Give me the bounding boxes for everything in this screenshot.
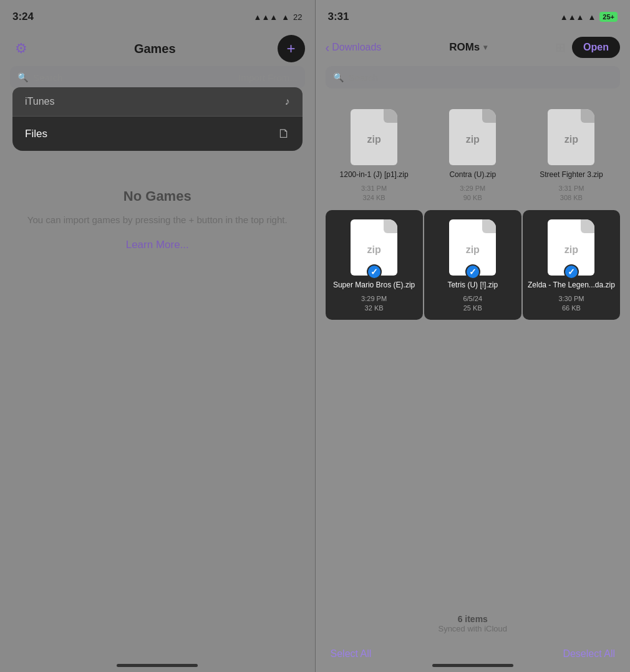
nav-bar-right: ‹ Downloads ROMs ▾ ⊞ Open bbox=[316, 31, 631, 64]
files-label: Files bbox=[25, 128, 47, 140]
file-name-5: Tetris (U) [!].zip bbox=[447, 281, 498, 290]
left-panel: 3:24 ▲▲▲ ▲ 22 ⚙ Games + 🔍 Search Import … bbox=[0, 0, 315, 672]
dropdown-files-item[interactable]: Files 🗋 bbox=[12, 117, 303, 151]
file-meta-3: 3:31 PM308 KB bbox=[558, 184, 584, 203]
deselect-all-button[interactable]: Deselect All bbox=[563, 648, 615, 660]
dropdown-itunes-item[interactable]: iTunes ♪ bbox=[12, 87, 303, 117]
check-badge-6: ✓ bbox=[564, 264, 579, 279]
itunes-label: iTunes bbox=[25, 96, 54, 107]
file-meta-2: 3:29 PM90 KB bbox=[460, 184, 485, 203]
bottom-actions: Select All Deselect All bbox=[316, 648, 631, 660]
items-count: 6 items bbox=[316, 614, 631, 624]
folder-name: ROMs bbox=[449, 41, 480, 54]
chevron-down-icon: ▾ bbox=[483, 43, 487, 52]
files-footer: 6 items Synced with iCloud bbox=[316, 607, 631, 641]
search-icon-right: 🔍 bbox=[333, 72, 344, 82]
check-badge-4: ✓ bbox=[367, 264, 382, 279]
time-left: 3:24 bbox=[12, 11, 34, 23]
signal-icon-right: ▲▲▲ bbox=[560, 12, 584, 22]
list-item[interactable]: zip ✓ Tetris (U) [!].zip 6/5/2425 KB bbox=[424, 210, 521, 319]
gear-button[interactable]: ⚙ bbox=[10, 37, 32, 60]
right-nav-actions: ⊞ Open bbox=[555, 37, 620, 58]
list-item[interactable]: zip ✓ Zelda - The Legen...da.zip 3:30 PM… bbox=[523, 210, 620, 319]
file-name-3: Street Fighter 3.zip bbox=[540, 170, 603, 180]
signal-icon: ▲▲▲ bbox=[254, 12, 278, 22]
back-label: Downloads bbox=[332, 42, 381, 53]
battery-icon-left: 22 bbox=[293, 12, 302, 22]
folder-title[interactable]: ROMs ▾ bbox=[449, 41, 487, 54]
home-indicator-left bbox=[117, 664, 198, 667]
right-panel: 3:31 ▲▲▲ ▲ 25+ ‹ Downloads ROMs ▾ ⊞ Open… bbox=[316, 0, 631, 672]
files-grid: zip 1200-in-1 (J) [p1].zip 3:31 PM324 KB… bbox=[316, 95, 631, 325]
search-placeholder-left: Search bbox=[33, 72, 63, 83]
file-name-4: Super Mario Bros (E).zip bbox=[333, 281, 415, 290]
file-name-1: 1200-in-1 (J) [p1].zip bbox=[340, 170, 409, 180]
dropdown-menu: iTunes ♪ Files 🗋 bbox=[12, 87, 303, 151]
file-meta-4: 3:29 PM32 KB bbox=[361, 294, 387, 314]
list-item[interactable]: zip Contra (U).zip 3:29 PM90 KB bbox=[424, 100, 521, 209]
select-all-button[interactable]: Select All bbox=[331, 648, 372, 660]
wifi-icon-right: ▲ bbox=[588, 12, 596, 22]
empty-description: You can import games by pressing the + b… bbox=[27, 213, 288, 226]
file-name-2: Contra (U).zip bbox=[449, 170, 496, 180]
zip-icon-2: zip bbox=[448, 107, 498, 166]
check-badge-5: ✓ bbox=[465, 264, 480, 279]
file-icon: 🗋 bbox=[278, 127, 290, 141]
search-bar-left[interactable]: 🔍 Search Import From... bbox=[10, 66, 305, 89]
page-title-left: Games bbox=[134, 42, 176, 56]
back-chevron-icon: ‹ bbox=[326, 41, 330, 55]
zip-icon-6: zip ✓ bbox=[546, 218, 596, 277]
zip-icon-3: zip bbox=[546, 107, 596, 166]
file-meta-1: 3:31 PM324 KB bbox=[361, 184, 387, 203]
search-placeholder-right: Search bbox=[349, 72, 379, 83]
empty-title: No Games bbox=[124, 188, 191, 204]
open-button[interactable]: Open bbox=[572, 37, 620, 58]
back-button[interactable]: ‹ Downloads bbox=[326, 41, 382, 55]
status-icons-left: ▲▲▲ ▲ 22 bbox=[254, 12, 303, 22]
zip-icon-1: zip bbox=[349, 107, 399, 166]
time-right: 3:31 bbox=[328, 11, 349, 23]
zip-icon-4: zip ✓ bbox=[349, 218, 399, 277]
search-bar-right[interactable]: 🔍 Search bbox=[326, 66, 621, 89]
battery-badge-right: 25+ bbox=[599, 12, 618, 22]
sync-label: Synced with iCloud bbox=[316, 624, 631, 633]
list-item[interactable]: zip 1200-in-1 (J) [p1].zip 3:31 PM324 KB bbox=[326, 100, 423, 209]
zip-icon-5: zip ✓ bbox=[448, 218, 498, 277]
list-item[interactable]: zip Street Fighter 3.zip 3:31 PM308 KB bbox=[523, 100, 620, 209]
file-meta-5: 6/5/2425 KB bbox=[463, 294, 482, 314]
status-icons-right: ▲▲▲ ▲ 25+ bbox=[560, 12, 618, 22]
search-icon-left: 🔍 bbox=[17, 72, 28, 82]
add-button[interactable]: + bbox=[278, 35, 305, 62]
file-meta-6: 3:30 PM66 KB bbox=[558, 294, 584, 314]
home-indicator-right bbox=[432, 664, 513, 667]
status-bar-left: 3:24 ▲▲▲ ▲ 22 bbox=[0, 0, 315, 31]
learn-more-link[interactable]: Learn More... bbox=[126, 239, 189, 251]
nav-bar-left: ⚙ Games + bbox=[0, 31, 315, 66]
empty-state: No Games You can import games by pressin… bbox=[0, 188, 315, 251]
music-icon: ♪ bbox=[285, 96, 290, 107]
file-name-6: Zelda - The Legen...da.zip bbox=[528, 281, 615, 290]
import-button[interactable]: Import From... bbox=[238, 72, 297, 83]
grid-view-icon[interactable]: ⊞ bbox=[555, 40, 566, 55]
status-bar-right: 3:31 ▲▲▲ ▲ 25+ bbox=[316, 0, 631, 31]
wifi-icon: ▲ bbox=[281, 12, 289, 22]
list-item[interactable]: zip ✓ Super Mario Bros (E).zip 3:29 PM32… bbox=[326, 210, 423, 319]
